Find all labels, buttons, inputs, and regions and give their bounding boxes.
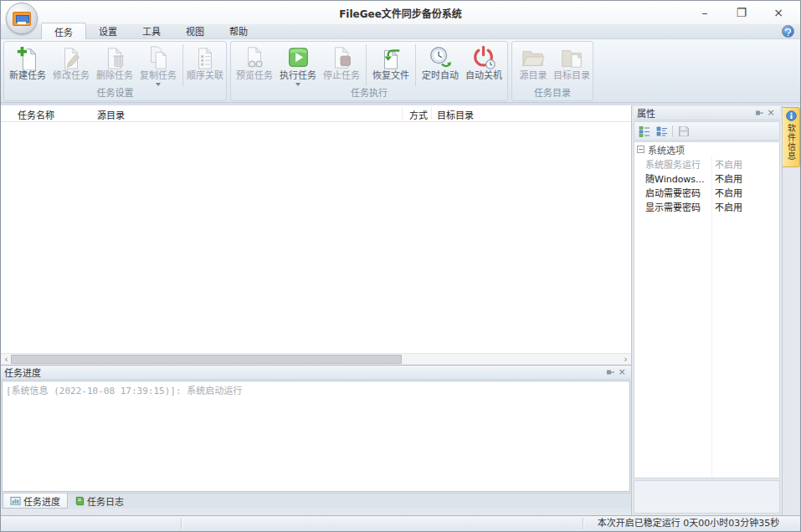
property-value[interactable]: 不启用 xyxy=(711,186,742,199)
left-column: 任务名称 源目录 方式 目标目录 ‹ › 任务进度 xyxy=(1,105,631,515)
log-line: [系统信息 (2022-10-08 17:39:15)]: 系统启动运行 xyxy=(6,383,626,396)
property-value[interactable]: 不启用 xyxy=(711,171,742,185)
restore-file-button[interactable]: 恢复文件 xyxy=(369,43,413,88)
task-list-header: 任务名称 源目录 方式 目标目录 xyxy=(1,105,631,122)
collapse-icon[interactable]: − xyxy=(637,146,644,153)
maximize-button[interactable]: ❐ xyxy=(723,1,760,24)
tab-view[interactable]: 视图 xyxy=(173,23,217,38)
column-target-dir[interactable]: 目标目录 xyxy=(437,108,474,121)
alphabetical-view-icon[interactable] xyxy=(655,124,669,138)
ribbon: 新建任务 修改任务 删除任务 xyxy=(1,39,800,103)
properties-title: 属性 xyxy=(637,106,655,120)
tab-help[interactable]: 帮助 xyxy=(217,23,260,38)
ribbon-tab-row: 任务 设置 工具 视图 帮助 xyxy=(1,24,800,39)
property-value[interactable]: 不启用 xyxy=(711,200,742,213)
stop-task-icon xyxy=(328,45,355,70)
categorized-view-icon[interactable] xyxy=(637,124,651,138)
tree-group-label: 系统选项 xyxy=(648,143,685,156)
column-method[interactable]: 方式 xyxy=(409,108,428,121)
target-dir-label: 目标目录 xyxy=(553,70,590,81)
software-info-tab[interactable]: 软件信息 xyxy=(783,107,800,167)
column-separator[interactable] xyxy=(402,107,403,120)
new-task-button[interactable]: 新建任务 xyxy=(6,43,49,88)
column-separator[interactable] xyxy=(431,107,432,120)
preview-task-button[interactable]: 预览任务 xyxy=(233,43,276,88)
properties-description-box xyxy=(634,480,780,514)
close-panel-icon[interactable]: × xyxy=(765,108,777,119)
right-tab-strip: 软件信息 xyxy=(782,105,800,515)
source-dir-label: 源目录 xyxy=(520,70,547,81)
stop-task-button[interactable]: 停止任务 xyxy=(320,43,363,88)
tab-task-progress-label: 任务进度 xyxy=(23,494,60,508)
preview-task-label: 预览任务 xyxy=(236,70,273,81)
tab-task-log[interactable]: 任务日志 xyxy=(68,494,131,509)
tab-settings[interactable]: 设置 xyxy=(86,23,130,38)
auto-shutdown-button[interactable]: 自动关机 xyxy=(462,43,506,88)
schedule-auto-button[interactable]: 定时自动 xyxy=(418,43,462,88)
source-dir-button[interactable]: 源目录 xyxy=(514,43,552,88)
ribbon-group-label: 任务执行 xyxy=(231,88,507,100)
run-task-button[interactable]: 执行任务 xyxy=(276,43,320,88)
tree-column-divider[interactable] xyxy=(711,156,712,478)
properties-panel: 属性 × xyxy=(631,105,782,515)
statusbar-separator xyxy=(181,518,182,529)
property-name: 启动需要密码 xyxy=(645,186,711,199)
run-task-dropdown-icon[interactable] xyxy=(295,83,300,86)
task-list: 任务名称 源目录 方式 目标目录 ‹ › xyxy=(1,105,631,365)
info-icon xyxy=(786,110,797,121)
task-list-body[interactable] xyxy=(1,122,631,353)
target-dir-button[interactable]: 目标目录 xyxy=(552,43,591,88)
minimize-button[interactable]: – xyxy=(686,1,723,24)
task-progress-log[interactable]: [系统信息 (2022-10-08 17:39:15)]: 系统启动运行 xyxy=(2,381,630,492)
properties-toolbar xyxy=(634,121,780,141)
log-book-icon xyxy=(74,496,85,506)
pin-icon[interactable] xyxy=(753,108,765,119)
column-task-name[interactable]: 任务名称 xyxy=(18,108,54,121)
bottom-tab-bar: 任务进度 任务日志 xyxy=(1,493,631,509)
software-info-label: 软件信息 xyxy=(785,124,798,161)
app-window: FileGee文件同步备份系统 – ❐ × 任务 设置 工具 视图 帮助 新建任… xyxy=(0,0,801,532)
close-button[interactable]: × xyxy=(760,1,797,24)
close-panel-icon[interactable]: × xyxy=(616,367,628,378)
delete-task-label: 删除任务 xyxy=(96,70,133,81)
edit-task-icon xyxy=(58,45,85,70)
progress-chart-icon xyxy=(10,496,21,506)
tree-group-system-options[interactable]: − 系统选项 xyxy=(634,142,779,156)
copy-task-dropdown-icon[interactable] xyxy=(156,83,161,86)
copy-task-icon xyxy=(145,45,172,70)
app-logo-icon xyxy=(13,12,31,26)
delete-task-button[interactable]: 删除任务 xyxy=(93,43,136,88)
help-icon[interactable] xyxy=(782,25,794,38)
property-name: 显示需要密码 xyxy=(645,200,711,213)
sequence-link-button[interactable]: 顺序关联 xyxy=(186,43,224,88)
status-bar: 本次开启已稳定运行 0天00小时03分钟35秒 xyxy=(1,515,800,531)
property-value[interactable]: 不启用 xyxy=(711,157,742,171)
tab-task-progress[interactable]: 任务进度 xyxy=(3,494,68,509)
pin-icon[interactable] xyxy=(604,367,616,378)
scroll-right-icon[interactable]: › xyxy=(620,354,631,365)
ribbon-separator xyxy=(182,44,183,86)
property-row-system-service[interactable]: 系统服务运行 不启用 xyxy=(634,156,779,171)
app-menu-orb[interactable] xyxy=(6,3,38,34)
tab-tools[interactable]: 工具 xyxy=(130,23,173,38)
property-row-show-password[interactable]: 显示需要密码 不启用 xyxy=(634,199,779,213)
sequence-link-label: 顺序关联 xyxy=(187,70,223,81)
property-row-startup-password[interactable]: 启动需要密码 不启用 xyxy=(634,185,779,199)
tab-task-log-label: 任务日志 xyxy=(87,494,124,508)
scrollbar-thumb[interactable] xyxy=(11,355,402,364)
schedule-auto-label: 定时自动 xyxy=(422,70,459,81)
window-controls: – ❐ × xyxy=(686,1,797,24)
copy-task-button[interactable]: 复制任务 xyxy=(136,43,180,88)
restore-file-icon xyxy=(377,45,404,70)
tab-task[interactable]: 任务 xyxy=(41,23,86,39)
task-progress-title: 任务进度 xyxy=(4,366,41,379)
new-task-icon xyxy=(14,45,41,70)
ribbon-group-label: 任务目录 xyxy=(512,88,593,100)
save-icon[interactable] xyxy=(676,124,691,138)
column-source-dir[interactable]: 源目录 xyxy=(97,108,125,121)
preview-task-icon xyxy=(241,45,268,70)
property-name: 随Windows... xyxy=(645,171,711,185)
modify-task-button[interactable]: 修改任务 xyxy=(49,43,93,88)
property-row-start-with-windows[interactable]: 随Windows... 不启用 xyxy=(634,171,779,185)
new-task-label: 新建任务 xyxy=(9,70,46,81)
